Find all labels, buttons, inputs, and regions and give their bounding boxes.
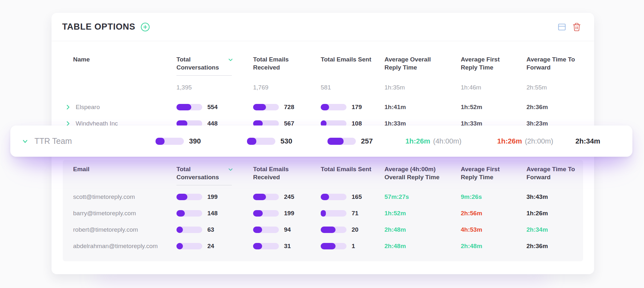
- conversations-cell: 63: [176, 226, 253, 233]
- col-head-conversations: Total Conversations: [176, 55, 232, 76]
- conversations-value: 199: [207, 193, 218, 200]
- forward-value: 2h:36m: [526, 243, 583, 250]
- forward-value: 2h:36m: [526, 104, 583, 111]
- received-cell: 530: [247, 137, 327, 145]
- sent-cell: 179: [321, 104, 384, 111]
- bar-fill: [321, 104, 329, 110]
- bar-fill: [176, 104, 191, 110]
- sub-table-row: robert@timetoreply.com 63 94 20 2h:48m: [64, 221, 583, 238]
- main-table-header: Name Total Conversations Total Emails Re…: [64, 55, 583, 91]
- sub-table-row: abdelrahman@timetoreply.com 24 31 1 2h:4…: [64, 238, 583, 254]
- received-bar: [253, 227, 279, 233]
- avg-overall-cell: 1h:26m(4h:00m): [405, 137, 497, 145]
- conversations-value: 24: [207, 243, 214, 250]
- sent-value: 71: [352, 210, 358, 217]
- sub-table-rows: scott@timetoreply.com 199 245 165 57m:27…: [64, 189, 583, 254]
- sort-conversations[interactable]: Total Conversations: [176, 55, 232, 76]
- col-head-conversations: Total Conversations: [176, 165, 232, 185]
- chevron-down-icon: [227, 57, 234, 63]
- col-head-avg-first: Average First Reply Time: [461, 165, 516, 181]
- received-value: 94: [284, 226, 291, 233]
- team-name: TTR Team: [34, 136, 72, 146]
- conversations-value: 63: [207, 226, 214, 233]
- avg-first-value: 1h:26m: [497, 137, 522, 145]
- received-cell: 245: [253, 193, 321, 200]
- bar-fill: [253, 194, 266, 200]
- delete-table-button[interactable]: [572, 23, 581, 32]
- avg-first-value: 2h:48m: [461, 243, 526, 250]
- team-row[interactable]: TTR Team 390 530 257 1h:26m(4h:00m) 1h:2…: [10, 125, 632, 157]
- received-cell: 31: [253, 243, 321, 250]
- summary-avg-first: 1h:46m: [461, 84, 526, 91]
- table-layout-button[interactable]: [557, 23, 566, 32]
- add-table-option-button[interactable]: [140, 22, 150, 32]
- col-head-received: Total Emails Received: [253, 55, 308, 71]
- conversations-bar: [176, 243, 202, 249]
- bar-fill: [321, 210, 326, 217]
- forward-value: 2h:34m: [526, 226, 583, 233]
- summary-forward: 2h:55m: [526, 84, 583, 91]
- avg-overall-value: 1h:52m: [384, 210, 461, 217]
- team-name-cell: TTR Team: [22, 136, 156, 146]
- sent-bar: [321, 243, 346, 249]
- conversations-bar: [176, 194, 202, 200]
- page: TABLE OPTIONS Name Total C: [0, 0, 644, 288]
- bar-fill: [176, 194, 187, 200]
- avg-first-cell: 1h:26m(2h:00m): [497, 137, 575, 145]
- conversations-bar: [176, 210, 202, 217]
- col-head-avg-first: Average First Reply Time: [461, 55, 516, 71]
- received-value: 530: [280, 137, 292, 145]
- avg-overall-value: 57m:27s: [384, 193, 461, 200]
- chevron-right-icon: [65, 104, 71, 110]
- sent-cell: 20: [321, 226, 384, 233]
- received-cell: 199: [253, 210, 321, 217]
- sort-conversations[interactable]: Total Conversations: [176, 165, 232, 185]
- avg-first-value: 9m:26s: [461, 193, 526, 200]
- forward-value: 1h:26m: [526, 210, 583, 217]
- received-bar: [253, 194, 279, 200]
- summary-sent: 581: [321, 84, 384, 91]
- avg-first-value: 2h:56m: [461, 210, 526, 217]
- received-value: 245: [284, 193, 294, 200]
- email-label: scott@timetoreply.com: [64, 193, 176, 200]
- avg-overall-target: (4h:00m): [433, 137, 461, 145]
- col-head-email: Email: [64, 165, 120, 173]
- received-bar: [253, 210, 279, 217]
- expand-row-button[interactable]: [64, 104, 71, 111]
- bar-fill: [176, 210, 185, 217]
- bar-fill: [247, 138, 256, 145]
- bar-fill: [253, 227, 262, 233]
- col-head-sent: Total Emails Sent: [321, 165, 376, 173]
- bar-fill: [321, 243, 336, 249]
- conversations-bar: [176, 104, 202, 110]
- col-head-sent: Total Emails Sent: [321, 55, 376, 63]
- received-cell: 728: [253, 104, 321, 111]
- conversations-cell: 148: [176, 210, 253, 217]
- received-value: 728: [284, 104, 294, 111]
- col-head-name: Name: [64, 55, 120, 63]
- sent-cell: 71: [321, 210, 384, 217]
- col-head-forward: Average Time To Forward: [526, 55, 582, 71]
- trash-icon: [572, 23, 581, 32]
- sent-cell: 1: [321, 243, 384, 250]
- summary-received: 1,769: [253, 84, 321, 91]
- email-label: abdelrahman@timetoreply.com: [64, 243, 176, 250]
- sub-table-header: Email Total Conversations Total Emails R…: [64, 165, 583, 185]
- col-head-avg-overall: Average Overall Reply Time: [384, 55, 440, 71]
- chevron-down-icon: [227, 166, 234, 173]
- sent-cell: 165: [321, 193, 384, 200]
- avg-first-target: (2h:00m): [525, 137, 553, 145]
- sent-value: 1: [352, 243, 355, 250]
- conversations-value: 390: [189, 137, 201, 145]
- collapse-row-button[interactable]: [22, 138, 29, 145]
- sent-bar: [321, 210, 346, 217]
- conversations-bar: [156, 138, 184, 145]
- received-bar: [253, 243, 279, 249]
- col-head-received: Total Emails Received: [253, 165, 308, 181]
- conversations-cell: 390: [156, 137, 247, 145]
- conversations-bar: [176, 227, 202, 233]
- sent-bar: [321, 227, 346, 233]
- conversations-value: 554: [207, 104, 218, 111]
- table-layout-icon: [557, 23, 566, 32]
- sent-value: 179: [352, 104, 362, 111]
